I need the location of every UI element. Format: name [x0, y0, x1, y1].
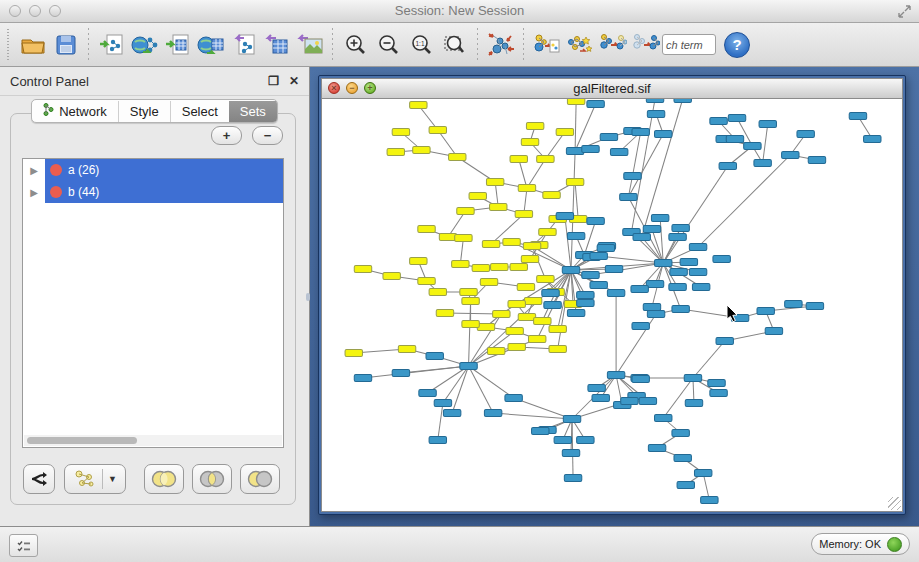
- network-node[interactable]: [510, 156, 527, 163]
- network-node[interactable]: [354, 375, 371, 382]
- intersect-sets-button[interactable]: [192, 464, 232, 494]
- network-node[interactable]: [624, 173, 641, 180]
- network-node[interactable]: [517, 284, 534, 291]
- import-network-file-icon[interactable]: [95, 27, 128, 63]
- network-node[interactable]: [528, 336, 545, 343]
- network-node[interactable]: [383, 273, 400, 280]
- network-node[interactable]: [462, 298, 479, 305]
- network-node[interactable]: [689, 244, 706, 251]
- network-node[interactable]: [669, 234, 686, 241]
- network-node[interactable]: [597, 245, 614, 252]
- sets-from-selection-icon[interactable]: [563, 27, 596, 63]
- network-node[interactable]: [647, 111, 664, 118]
- network-node[interactable]: [710, 390, 727, 397]
- network-node[interactable]: [429, 437, 446, 444]
- network-node[interactable]: [577, 437, 594, 444]
- network-node[interactable]: [713, 256, 730, 263]
- network-node[interactable]: [719, 163, 736, 170]
- network-node[interactable]: [526, 123, 543, 130]
- network-canvas[interactable]: [321, 98, 903, 512]
- search-input[interactable]: ch term: [662, 34, 716, 55]
- network-node[interactable]: [480, 279, 497, 286]
- network-node[interactable]: [493, 311, 510, 318]
- network-node[interactable]: [646, 99, 663, 103]
- network-node[interactable]: [674, 455, 691, 462]
- network-node[interactable]: [439, 234, 456, 241]
- network-node[interactable]: [477, 324, 494, 331]
- export-table-icon[interactable]: [260, 27, 293, 63]
- network-node[interactable]: [537, 156, 554, 163]
- network-node[interactable]: [539, 229, 556, 236]
- network-node[interactable]: [655, 131, 672, 138]
- network-node[interactable]: [587, 218, 604, 225]
- network-node[interactable]: [716, 338, 733, 345]
- network-node[interactable]: [646, 281, 663, 288]
- network-node[interactable]: [392, 370, 409, 377]
- sets-create-from-file-icon[interactable]: [530, 27, 563, 63]
- network-node[interactable]: [534, 318, 551, 325]
- apply-layout-icon[interactable]: [484, 27, 517, 63]
- network-node[interactable]: [506, 328, 523, 335]
- network-node[interactable]: [556, 129, 573, 136]
- zoom-selected-icon[interactable]: [438, 27, 471, 63]
- network-node[interactable]: [672, 430, 689, 437]
- network-node[interactable]: [680, 259, 697, 266]
- network-node[interactable]: [566, 179, 583, 186]
- network-node[interactable]: [600, 134, 617, 141]
- network-node[interactable]: [685, 400, 702, 407]
- network-node[interactable]: [633, 234, 650, 241]
- network-node[interactable]: [518, 185, 535, 192]
- network-node[interactable]: [567, 99, 584, 105]
- window-resize-grip[interactable]: [888, 497, 901, 510]
- fullscreen-icon[interactable]: [898, 4, 911, 22]
- network-node[interactable]: [419, 390, 436, 397]
- network-node[interactable]: [648, 445, 665, 452]
- network-node[interactable]: [647, 311, 664, 318]
- network-node[interactable]: [655, 260, 672, 267]
- network-node[interactable]: [621, 398, 638, 405]
- network-node[interactable]: [544, 302, 561, 309]
- network-node[interactable]: [426, 353, 443, 360]
- memory-status-badge[interactable]: Memory: OK: [811, 533, 910, 555]
- network-node[interactable]: [754, 160, 771, 167]
- zoom-actual-icon[interactable]: 1:1: [405, 27, 438, 63]
- minimize-view-icon[interactable]: −: [346, 82, 358, 94]
- network-node[interactable]: [387, 149, 404, 156]
- network-graph[interactable]: [322, 99, 902, 511]
- network-node[interactable]: [759, 121, 776, 128]
- tab-network[interactable]: Network: [32, 100, 118, 122]
- app-titlebar[interactable]: Session: New Session: [0, 0, 919, 23]
- network-node[interactable]: [523, 243, 540, 250]
- network-node[interactable]: [410, 258, 427, 265]
- network-node[interactable]: [744, 143, 761, 150]
- disclosure-triangle-icon[interactable]: ▶: [23, 165, 45, 176]
- network-node[interactable]: [643, 226, 660, 233]
- network-node[interactable]: [710, 118, 727, 125]
- network-node[interactable]: [532, 428, 549, 435]
- network-node[interactable]: [731, 315, 748, 322]
- network-node[interactable]: [582, 146, 599, 153]
- network-window-titlebar[interactable]: × − + galFiltered.sif: [321, 78, 903, 98]
- network-node[interactable]: [590, 282, 607, 289]
- network-node[interactable]: [429, 289, 446, 296]
- network-node[interactable]: [354, 266, 371, 273]
- network-node[interactable]: [460, 289, 477, 296]
- network-node[interactable]: [765, 328, 782, 335]
- zoom-in-icon[interactable]: [339, 27, 372, 63]
- zoom-out-icon[interactable]: [372, 27, 405, 63]
- network-node[interactable]: [524, 298, 541, 305]
- network-node[interactable]: [689, 269, 706, 276]
- close-panel-icon[interactable]: ✕: [289, 74, 299, 88]
- disclosure-triangle-icon[interactable]: ▶: [23, 187, 45, 198]
- network-node[interactable]: [655, 415, 672, 422]
- network-node[interactable]: [564, 475, 581, 482]
- scrollbar-thumb[interactable]: [27, 437, 137, 444]
- add-set-button[interactable]: +: [211, 126, 242, 145]
- network-node[interactable]: [808, 157, 825, 164]
- split-set-button[interactable]: [23, 464, 55, 494]
- network-node[interactable]: [567, 310, 584, 317]
- network-node[interactable]: [672, 306, 689, 313]
- import-table-file-icon[interactable]: [161, 27, 194, 63]
- network-node[interactable]: [643, 304, 660, 311]
- network-node[interactable]: [508, 344, 525, 351]
